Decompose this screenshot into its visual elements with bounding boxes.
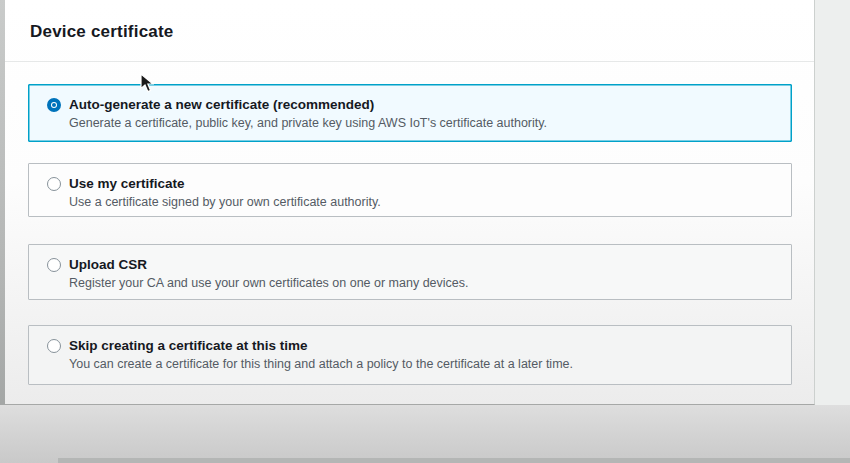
option-title: Upload CSR (69, 255, 469, 274)
radio-unselected-icon[interactable] (47, 258, 61, 272)
device-certificate-panel: Device certificate Auto-generate a new c… (5, 0, 815, 405)
option-card-skip-certificate[interactable]: Skip creating a certificate at this time… (28, 325, 792, 385)
option-text-block: Upload CSR Register your CA and use your… (69, 255, 469, 292)
option-title: Auto-generate a new certificate (recomme… (69, 95, 547, 114)
option-description: Use a certificate signed by your own cer… (69, 194, 381, 211)
option-card-auto-generate[interactable]: Auto-generate a new certificate (recomme… (28, 84, 792, 142)
panel-header: Device certificate (5, 0, 814, 62)
option-description: You can create a certificate for this th… (69, 356, 573, 373)
option-text-block: Auto-generate a new certificate (recomme… (69, 95, 547, 132)
bottom-shadow (58, 458, 850, 463)
page-title: Device certificate (5, 0, 814, 42)
option-card-use-my-certificate[interactable]: Use my certificate Use a certificate sig… (28, 163, 792, 217)
radio-unselected-icon[interactable] (47, 177, 61, 191)
option-text-block: Skip creating a certificate at this time… (69, 336, 573, 373)
radio-selected-icon[interactable] (47, 98, 61, 112)
option-title: Skip creating a certificate at this time (69, 336, 573, 355)
option-text-block: Use my certificate Use a certificate sig… (69, 174, 381, 211)
option-description: Register your CA and use your own certif… (69, 275, 469, 292)
option-title: Use my certificate (69, 174, 381, 193)
screen: Device certificate Auto-generate a new c… (0, 0, 850, 463)
option-description: Generate a certificate, public key, and … (69, 115, 547, 132)
wizard-footer: Cancel Previous Next (0, 405, 850, 463)
radio-unselected-icon[interactable] (47, 339, 61, 353)
option-card-upload-csr[interactable]: Upload CSR Register your CA and use your… (28, 244, 792, 300)
